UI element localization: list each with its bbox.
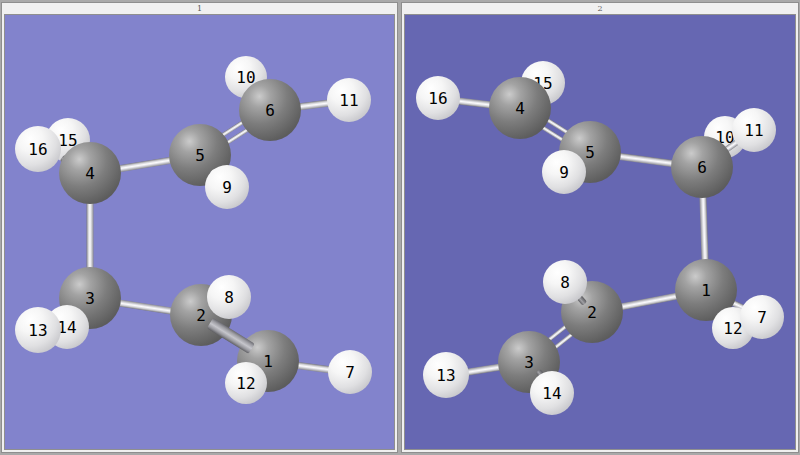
atom-sphere-carbon[interactable]: 4 [59, 142, 121, 204]
atom-sphere-hydrogen[interactable]: 16 [416, 76, 460, 120]
atom-label: 1 [701, 281, 711, 300]
atom-sphere-hydrogen[interactable]: 11 [732, 108, 776, 152]
molecule-subwindow-2: 2 16415596101111272831314 [402, 3, 798, 452]
subwindow-2-title: 2 [597, 4, 602, 13]
atom-label: 7 [345, 363, 355, 382]
atom-label: 1 [263, 352, 273, 371]
atom-label: 14 [542, 384, 561, 403]
atom-label: 4 [515, 99, 525, 118]
atom-sphere-hydrogen[interactable]: 8 [207, 275, 251, 319]
atom-label: 9 [222, 178, 232, 197]
atom-label: 11 [744, 121, 763, 140]
atom-sphere-hydrogen[interactable]: 12 [225, 362, 267, 404]
molecule-viewer-window: { "window": { "width": 800, "height": 45… [0, 0, 800, 455]
atom-label: 8 [560, 273, 570, 292]
atom-sphere-hydrogen[interactable]: 14 [530, 371, 574, 415]
atom-label: 16 [428, 89, 447, 108]
atom-label: 8 [224, 288, 234, 307]
atom-label: 2 [587, 303, 597, 322]
atom-label: 13 [28, 321, 47, 340]
subwindow-1-title: 1 [197, 4, 202, 13]
atom-sphere-carbon[interactable]: 6 [239, 79, 301, 141]
molecule-canvas-1[interactable]: 10611591516431413281127 [4, 14, 395, 450]
molecule-subwindow-1: 1 10611591516431413281127 [2, 3, 397, 452]
subwindow-1-titlebar: 1 [2, 3, 397, 14]
atom-sphere-carbon[interactable]: 4 [489, 77, 551, 139]
atom-label: 11 [339, 91, 358, 110]
atom-sphere-carbon[interactable]: 6 [671, 136, 733, 198]
atom-label: 16 [28, 140, 47, 159]
atom-sphere-hydrogen[interactable]: 9 [542, 150, 586, 194]
atom-sphere-hydrogen[interactable]: 9 [205, 165, 249, 209]
molecule-canvas-2[interactable]: 16415596101111272831314 [404, 14, 796, 450]
atom-label: 13 [436, 366, 455, 385]
atom-sphere-hydrogen[interactable]: 8 [543, 260, 587, 304]
atom-sphere-hydrogen[interactable]: 7 [740, 295, 784, 339]
subwindow-2-titlebar: 2 [402, 3, 798, 14]
atom-sphere-hydrogen[interactable]: 16 [15, 126, 61, 172]
atom-label: 6 [697, 158, 707, 177]
atom-sphere-hydrogen[interactable]: 11 [327, 78, 371, 122]
atom-sphere-hydrogen[interactable]: 13 [423, 352, 469, 398]
atom-label: 9 [559, 163, 569, 182]
atom-label: 12 [236, 374, 255, 393]
atom-sphere-hydrogen[interactable]: 7 [328, 350, 372, 394]
atom-label: 3 [524, 353, 534, 372]
atom-label: 4 [85, 164, 95, 183]
atom-sphere-hydrogen[interactable]: 13 [15, 307, 61, 353]
atom-label: 7 [757, 308, 767, 327]
atom-label: 2 [196, 306, 206, 325]
atom-label: 5 [195, 146, 205, 165]
atom-label: 5 [585, 143, 595, 162]
atom-label: 6 [265, 101, 275, 120]
atom-label: 3 [85, 289, 95, 308]
